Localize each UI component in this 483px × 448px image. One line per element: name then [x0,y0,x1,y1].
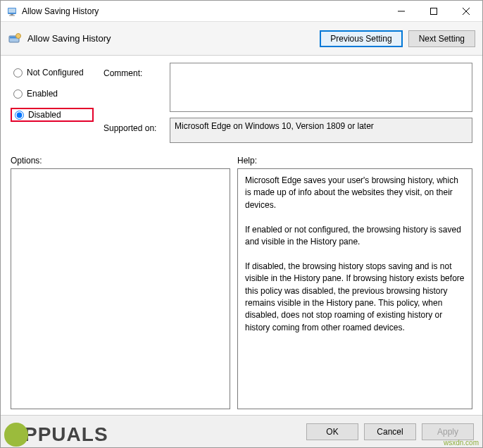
state-radio-group: Not Configured Enabled Disabled [11,63,94,149]
ok-button[interactable]: OK [306,423,358,440]
comment-row: Comment: [104,63,472,112]
window-controls [385,1,482,21]
radio-not-configured-input[interactable] [13,68,23,77]
nav-buttons: Previous Setting Next Setting [320,30,475,47]
comment-label: Comment: [104,66,163,78]
comment-input[interactable] [170,63,472,112]
content-area: Not Configured Enabled Disabled Comment: [1,56,482,415]
next-setting-button[interactable]: Next Setting [408,30,475,47]
maximize-button[interactable] [418,1,450,22]
top-row: Not Configured Enabled Disabled Comment: [11,63,472,149]
radio-disabled-label: Disabled [28,110,61,120]
previous-setting-button[interactable]: Previous Setting [320,30,402,47]
radio-not-configured[interactable]: Not Configured [11,66,94,80]
header-band: Allow Saving History Previous Setting Ne… [1,22,482,56]
radio-not-configured-label: Not Configured [27,68,84,77]
apply-button[interactable]: Apply [422,423,474,440]
window-title: Allow Saving History [22,6,385,16]
options-box[interactable] [11,168,230,409]
svg-rect-3 [9,15,15,15]
bottom-row: Microsoft Edge saves your user's browsin… [11,168,472,409]
radio-disabled-input[interactable] [15,111,24,120]
minimize-button[interactable] [385,1,418,22]
footer-bar: OK Cancel Apply [1,415,482,447]
policy-icon [8,32,22,46]
supported-row: Supported on: Microsoft Edge on Windows … [104,118,472,143]
help-label: Help: [237,156,472,166]
supported-on-text: Microsoft Edge on Windows 10, Version 18… [170,118,472,143]
radio-disabled-highlight: Disabled [11,108,94,122]
svg-rect-1 [8,8,15,13]
svg-point-10 [16,33,21,38]
app-icon [6,6,18,17]
radio-enabled-label: Enabled [27,89,58,99]
window-frame: Allow Saving History Allow Saving Histor… [0,0,483,448]
supported-label: Supported on: [104,120,163,133]
svg-rect-5 [431,8,437,15]
cancel-button[interactable]: Cancel [364,423,416,440]
titlebar: Allow Saving History [1,1,482,22]
help-box[interactable]: Microsoft Edge saves your user's browsin… [237,168,472,409]
policy-title: Allow Saving History [27,33,320,44]
radio-disabled[interactable]: Disabled [13,110,91,120]
radio-enabled-input[interactable] [13,89,23,99]
close-button[interactable] [450,1,482,22]
radio-enabled[interactable]: Enabled [11,87,94,101]
options-label: Options: [11,156,237,166]
svg-rect-2 [11,14,13,15]
mid-labels: Options: Help: [11,156,472,166]
